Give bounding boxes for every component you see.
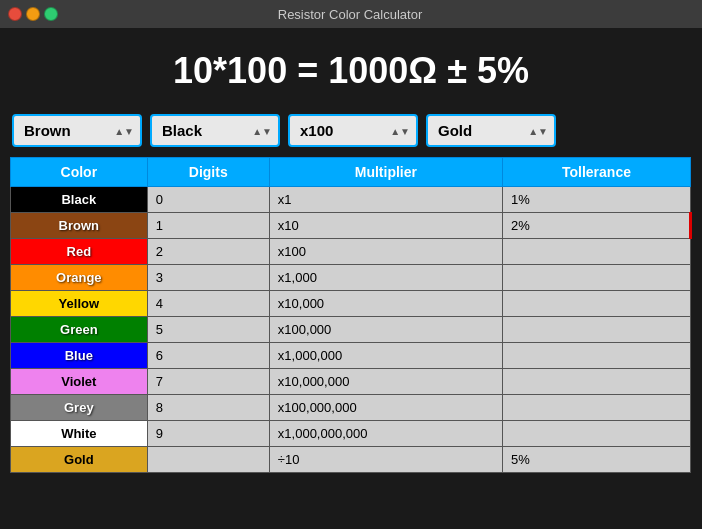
header-digits: Digits xyxy=(147,158,269,187)
table-row: Violet7x10,000,000 xyxy=(11,369,691,395)
table-row: Yellow4x10,000 xyxy=(11,291,691,317)
tolerance-cell xyxy=(502,291,690,317)
table-body: Black0x11%Brown1x102%Red2x100Orange3x1,0… xyxy=(11,187,691,473)
band2-dropdown-wrapper[interactable]: BlackBrownRedOrangeYellowGreenBlueViolet… xyxy=(150,114,280,147)
multiplier-cell: x100,000 xyxy=(269,317,502,343)
header-tolerance: Tollerance xyxy=(502,158,690,187)
digits-cell: 8 xyxy=(147,395,269,421)
digits-cell: 1 xyxy=(147,213,269,239)
color-cell-orange: Orange xyxy=(11,265,148,291)
color-cell-blue: Blue xyxy=(11,343,148,369)
color-table: Color Digits Multiplier Tollerance Black… xyxy=(10,157,692,473)
table-row: Black0x11% xyxy=(11,187,691,213)
tolerance-cell: 5% xyxy=(502,447,690,473)
tolerance-select[interactable]: BrownRedGoldSilverNone xyxy=(426,114,556,147)
multiplier-dropdown-wrapper[interactable]: x1x10x100x1,000x10,000x100,000x1,000,000… xyxy=(288,114,418,147)
table-row: Green5x100,000 xyxy=(11,317,691,343)
maximize-button[interactable] xyxy=(44,7,58,21)
color-cell-gold: Gold xyxy=(11,447,148,473)
formula-display: 10*100 = 1000Ω ± 5% xyxy=(10,38,692,104)
color-cell-green: Green xyxy=(11,317,148,343)
color-cell-violet: Violet xyxy=(11,369,148,395)
header-color: Color xyxy=(11,158,148,187)
digits-cell: 0 xyxy=(147,187,269,213)
multiplier-select[interactable]: x1x10x100x1,000x10,000x100,000x1,000,000… xyxy=(288,114,418,147)
header-multiplier: Multiplier xyxy=(269,158,502,187)
digits-cell: 4 xyxy=(147,291,269,317)
table-row: Blue6x1,000,000 xyxy=(11,343,691,369)
minimize-button[interactable] xyxy=(26,7,40,21)
tolerance-cell: 1% xyxy=(502,187,690,213)
table-row: Brown1x102% xyxy=(11,213,691,239)
digits-cell: 6 xyxy=(147,343,269,369)
multiplier-cell: x1,000 xyxy=(269,265,502,291)
close-button[interactable] xyxy=(8,7,22,21)
color-cell-red: Red xyxy=(11,239,148,265)
table-header: Color Digits Multiplier Tollerance xyxy=(11,158,691,187)
tolerance-cell xyxy=(502,395,690,421)
main-container: 10*100 = 1000Ω ± 5% BlackBrownRedOrangeY… xyxy=(0,28,702,483)
tolerance-cell xyxy=(502,317,690,343)
multiplier-cell: x1,000,000,000 xyxy=(269,421,502,447)
window-controls[interactable] xyxy=(8,7,58,21)
multiplier-cell: x1,000,000 xyxy=(269,343,502,369)
multiplier-cell: x100,000,000 xyxy=(269,395,502,421)
table-row: Orange3x1,000 xyxy=(11,265,691,291)
color-cell-grey: Grey xyxy=(11,395,148,421)
color-cell-white: White xyxy=(11,421,148,447)
header-row: Color Digits Multiplier Tollerance xyxy=(11,158,691,187)
multiplier-cell: x10,000,000 xyxy=(269,369,502,395)
tolerance-cell: 2% xyxy=(502,213,690,239)
table-row: Grey8x100,000,000 xyxy=(11,395,691,421)
band1-dropdown-wrapper[interactable]: BlackBrownRedOrangeYellowGreenBlueViolet… xyxy=(12,114,142,147)
band1-select[interactable]: BlackBrownRedOrangeYellowGreenBlueViolet… xyxy=(12,114,142,147)
tolerance-dropdown-wrapper[interactable]: BrownRedGoldSilverNone ▲▼ xyxy=(426,114,556,147)
multiplier-cell: x100 xyxy=(269,239,502,265)
digits-cell: 7 xyxy=(147,369,269,395)
multiplier-cell: ÷10 xyxy=(269,447,502,473)
digits-cell: 3 xyxy=(147,265,269,291)
digits-cell: 9 xyxy=(147,421,269,447)
tolerance-cell xyxy=(502,265,690,291)
color-cell-yellow: Yellow xyxy=(11,291,148,317)
table-row: Gold÷105% xyxy=(11,447,691,473)
tolerance-cell xyxy=(502,421,690,447)
table-container: Color Digits Multiplier Tollerance Black… xyxy=(10,157,692,473)
multiplier-cell: x1 xyxy=(269,187,502,213)
color-cell-black: Black xyxy=(11,187,148,213)
window-title: Resistor Color Calculator xyxy=(66,7,634,22)
band2-select[interactable]: BlackBrownRedOrangeYellowGreenBlueViolet… xyxy=(150,114,280,147)
digits-cell: 5 xyxy=(147,317,269,343)
title-bar: Resistor Color Calculator xyxy=(0,0,702,28)
multiplier-cell: x10 xyxy=(269,213,502,239)
tolerance-cell xyxy=(502,369,690,395)
dropdowns-row: BlackBrownRedOrangeYellowGreenBlueViolet… xyxy=(10,114,692,147)
digits-cell xyxy=(147,447,269,473)
table-row: White9x1,000,000,000 xyxy=(11,421,691,447)
table-row: Red2x100 xyxy=(11,239,691,265)
digits-cell: 2 xyxy=(147,239,269,265)
color-cell-brown: Brown xyxy=(11,213,148,239)
multiplier-cell: x10,000 xyxy=(269,291,502,317)
tolerance-cell xyxy=(502,343,690,369)
tolerance-cell xyxy=(502,239,690,265)
